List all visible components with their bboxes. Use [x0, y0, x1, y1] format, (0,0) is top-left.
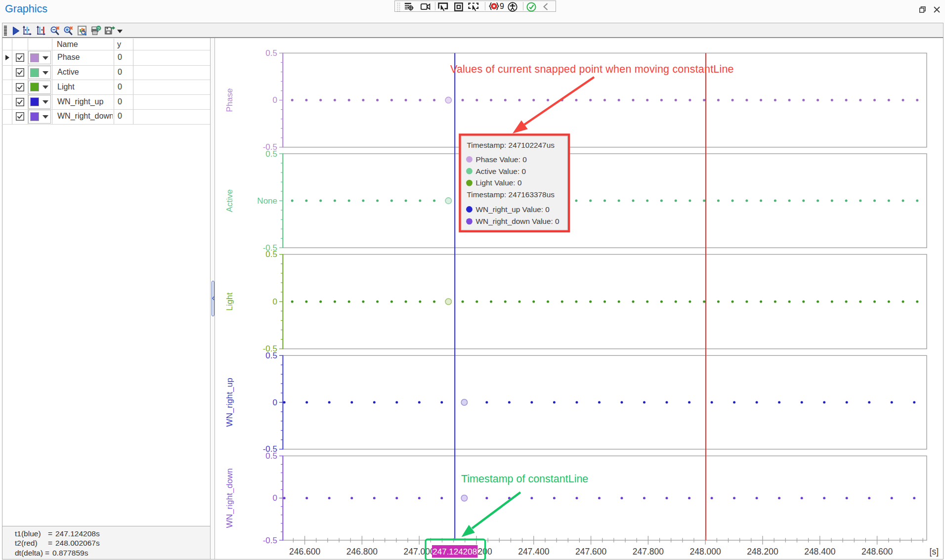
svg-text:Timestamp: 247102247us: Timestamp: 247102247us	[467, 141, 555, 149]
svg-text:Phase: Phase	[225, 88, 234, 112]
svg-text:WN_right_up: WN_right_up	[225, 378, 234, 427]
svg-text:247.400: 247.400	[518, 547, 550, 557]
svg-text:0: 0	[273, 493, 277, 503]
svg-text:0: 0	[273, 95, 277, 105]
svg-text:Timestamp of constantLine: Timestamp of constantLine	[461, 473, 588, 485]
svg-text:248.000: 248.000	[690, 547, 722, 557]
svg-text:247.800: 247.800	[633, 547, 664, 557]
svg-text:Timestamp: 247163378us: Timestamp: 247163378us	[467, 190, 555, 199]
svg-text:247.124208: 247.124208	[432, 547, 477, 557]
svg-text:247.600: 247.600	[575, 547, 607, 557]
svg-text:-0.5: -0.5	[263, 536, 277, 545]
svg-text:246.800: 246.800	[346, 547, 378, 557]
svg-text:WN_right_down: WN_right_down	[225, 468, 234, 528]
svg-text:248.400: 248.400	[804, 547, 836, 557]
svg-text:Values of current snapped poin: Values of current snapped point when mov…	[450, 63, 734, 75]
svg-text:0.5: 0.5	[265, 451, 277, 461]
svg-text:[s]: [s]	[930, 547, 939, 557]
svg-text:Active Value: 0: Active Value: 0	[476, 167, 526, 175]
svg-text:248.600: 248.600	[861, 547, 893, 557]
svg-text:Phase Value: 0: Phase Value: 0	[476, 155, 527, 164]
svg-text:WN_right_down Value: 0: WN_right_down Value: 0	[476, 217, 559, 225]
svg-text:Active: Active	[225, 189, 234, 212]
svg-text:0.5: 0.5	[265, 250, 277, 259]
svg-text:0.5: 0.5	[265, 48, 277, 58]
svg-text:Light Value: 0: Light Value: 0	[476, 178, 522, 187]
svg-text:247.000: 247.000	[404, 547, 435, 557]
svg-text:0.5: 0.5	[265, 351, 277, 360]
svg-text:WN_right_up Value: 0: WN_right_up Value: 0	[476, 205, 550, 214]
svg-text:0: 0	[273, 398, 277, 407]
svg-text:248.200: 248.200	[747, 547, 778, 557]
svg-text:246.600: 246.600	[289, 547, 321, 557]
svg-text:0.5: 0.5	[265, 149, 277, 159]
svg-text:0: 0	[273, 297, 277, 306]
svg-text:None: None	[257, 196, 277, 206]
svg-text:Light: Light	[225, 292, 234, 310]
